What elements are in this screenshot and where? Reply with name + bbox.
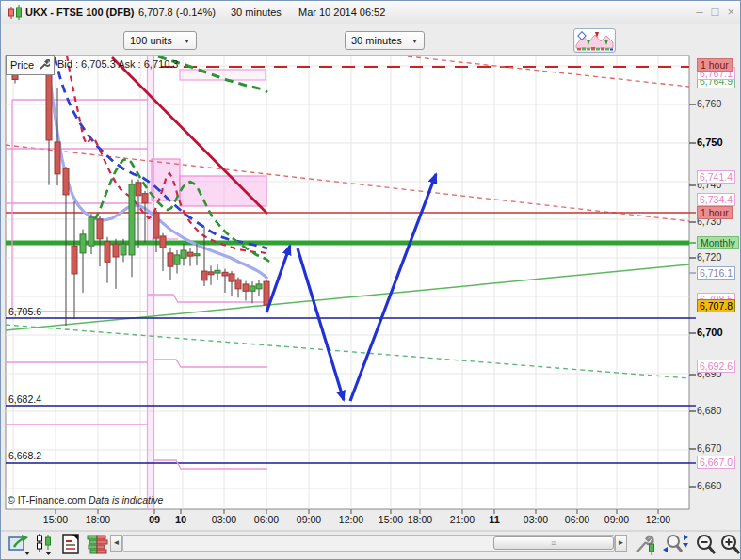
time-label: 21:00 (450, 514, 475, 525)
timeframe-dropdown[interactable]: 30 minutes ▼ (345, 31, 425, 50)
axis-label-tick: 6,670 (697, 442, 721, 456)
title-timeframe: 30 minutes (231, 7, 282, 18)
axis-label-tick: 6,720 (697, 251, 721, 264)
candle (168, 253, 173, 266)
time-label: 15:00 (379, 514, 403, 525)
candle (80, 234, 86, 253)
scroll-left-button[interactable]: ◄ (110, 535, 122, 552)
price-panel-tab[interactable]: Price (6, 55, 55, 75)
resistance-box-top (180, 70, 266, 80)
axis-label-current: 6,707.8 (697, 299, 735, 312)
candle (121, 244, 126, 255)
copyright-note: © IT-Finance.com Data is indicative (8, 494, 163, 505)
time-axis[interactable]: 15:0018:00091003:0006:0009:0012:0015:001… (1, 509, 689, 530)
candle (136, 183, 141, 196)
candlestick-app-icon (8, 5, 24, 23)
candle (215, 270, 220, 273)
scrollbar-thumb[interactable]: ≡ (493, 536, 614, 550)
candle (229, 274, 234, 281)
time-label: 12:00 (646, 514, 670, 525)
time-label: 11 (489, 514, 500, 525)
candle (105, 242, 110, 263)
zoom-in-button[interactable] (718, 533, 741, 557)
axis-label-tag-red: 1 hour (697, 58, 733, 72)
candle (187, 252, 193, 256)
level-label: 6,682.4 (8, 393, 41, 405)
trading-platform-window: UKX - FTSE 100 (DFB) 6,707.8 (-0.14%) 30… (0, 0, 741, 560)
candle (160, 236, 166, 248)
time-label: 03:00 (524, 514, 548, 525)
axis-label-pink: 6,741.4 (697, 170, 735, 184)
axis-label-green-clipped: 6,764.9 (697, 79, 735, 88)
candle (142, 194, 148, 203)
title-last-price: 6,707.8 (-0.14%) (138, 7, 216, 18)
candle (208, 272, 214, 275)
bid-ask-readout: Bid : 6,705.3 Ask : 6,710.3 (57, 58, 178, 70)
price-axis[interactable]: 6,7606,7506,7406,7306,7206,7006,6906,680… (697, 1, 741, 509)
minimize-button[interactable]: – (696, 5, 702, 20)
wrench-icon[interactable] (38, 59, 50, 72)
candle (97, 219, 103, 239)
zoom-fit-button[interactable] (661, 533, 691, 557)
axis-label-pink: 6,667.0 (697, 456, 735, 469)
mini-chart-icon (575, 30, 614, 51)
time-label: 15:00 (43, 514, 68, 525)
candle (243, 284, 249, 291)
chart-settings-button[interactable] (634, 533, 658, 557)
candle (256, 284, 262, 289)
candle (250, 286, 255, 291)
candle (174, 255, 180, 264)
candle (222, 272, 228, 276)
candle (89, 217, 94, 246)
market-depth-button[interactable] (86, 533, 110, 557)
axis-label-tick: 6,760 (697, 98, 721, 111)
candle (264, 281, 269, 305)
units-dropdown-value: 100 units (130, 35, 172, 46)
time-label: 03:00 (212, 514, 236, 525)
axis-label-tick: 6,680 (697, 405, 721, 418)
axis-label-tick: 6,660 (697, 480, 721, 493)
bottom-toolbar: ◄ ≡ ► (1, 532, 740, 560)
candle (181, 250, 186, 258)
price-chart-canvas[interactable] (1, 1, 741, 560)
timeframe-dropdown-value: 30 minutes (351, 35, 402, 46)
time-label: 09:00 (297, 514, 321, 525)
news-button[interactable] (60, 533, 85, 557)
axis-label-tag-green: Monthly (697, 236, 739, 249)
level-label: 6,705.6 (8, 306, 41, 317)
axis-label-blue: 6,716.1 (697, 266, 735, 280)
chart-scrollbar[interactable]: ≡ (122, 535, 615, 552)
title-datetime: Mar 10 2014 06:52 (298, 7, 385, 18)
candle (201, 271, 207, 280)
time-label: 10 (175, 514, 186, 525)
units-dropdown[interactable]: 100 units ▼ (123, 31, 197, 50)
time-label: 12:00 (339, 514, 363, 525)
time-label: 18:00 (408, 514, 432, 525)
axis-label-tag-red: 1 hour (697, 206, 733, 219)
title-bar: UKX - FTSE 100 (DFB) 6,707.8 (-0.14%) 30… (1, 1, 740, 24)
chart-display-button[interactable] (573, 28, 616, 53)
axis-label-pink: 6,692.6 (697, 360, 735, 373)
axis-label-pink: 6,734.4 (697, 193, 735, 206)
time-label: 06:00 (254, 514, 279, 525)
axis-label-tick-bold: 6,750 (697, 136, 723, 150)
candle (153, 213, 159, 238)
instrument-title: UKX - FTSE 100 (DFB) (25, 7, 135, 18)
zoom-out-button[interactable] (694, 533, 718, 557)
instrument-style-button[interactable] (34, 533, 58, 557)
candle (63, 168, 69, 195)
candle (55, 142, 60, 174)
price-tab-label: Price (10, 59, 34, 71)
candle (194, 254, 200, 256)
scroll-right-button[interactable]: ► (615, 535, 627, 552)
candle (46, 67, 52, 140)
candle (129, 184, 135, 255)
candle (113, 244, 119, 257)
time-label: 09:00 (604, 514, 629, 525)
close-button[interactable]: × (727, 5, 734, 20)
level-label: 6,668.2 (8, 450, 41, 461)
chevron-down-icon: ▼ (184, 38, 190, 44)
maximize-button[interactable]: □ (712, 5, 719, 20)
time-label: 09 (149, 514, 160, 525)
export-chart-button[interactable] (8, 533, 32, 557)
